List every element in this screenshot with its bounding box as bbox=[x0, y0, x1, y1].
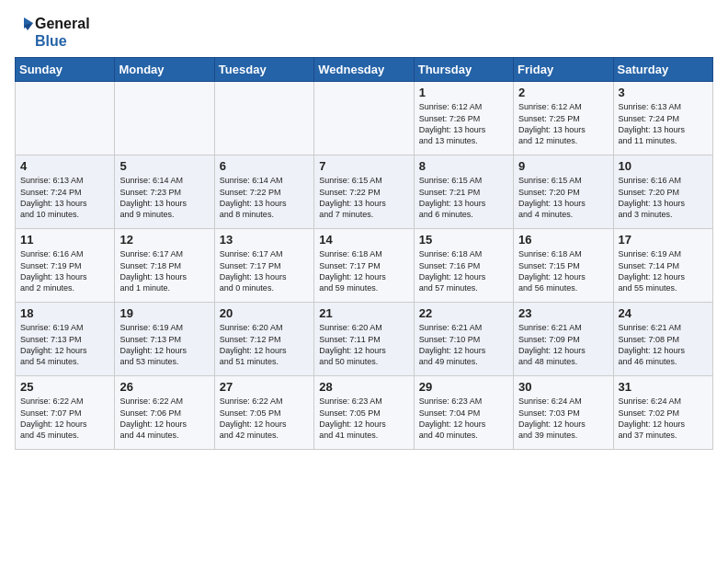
calendar-cell: 27Sunrise: 6:22 AM Sunset: 7:05 PM Dayli… bbox=[214, 376, 313, 450]
day-number: 13 bbox=[220, 233, 309, 247]
day-info: Sunrise: 6:12 AM Sunset: 7:26 PM Dayligh… bbox=[419, 101, 508, 146]
calendar-cell: 28Sunrise: 6:23 AM Sunset: 7:05 PM Dayli… bbox=[314, 376, 414, 450]
calendar-cell: 18Sunrise: 6:19 AM Sunset: 7:13 PM Dayli… bbox=[16, 303, 115, 376]
calendar-cell: 10Sunrise: 6:16 AM Sunset: 7:20 PM Dayli… bbox=[613, 155, 712, 229]
calendar-cell: 30Sunrise: 6:24 AM Sunset: 7:03 PM Dayli… bbox=[514, 376, 613, 450]
column-header-friday: Friday bbox=[514, 58, 613, 82]
day-info: Sunrise: 6:20 AM Sunset: 7:12 PM Dayligh… bbox=[220, 322, 309, 367]
day-number: 19 bbox=[119, 306, 209, 320]
header-row: SundayMondayTuesdayWednesdayThursdayFrid… bbox=[16, 58, 713, 82]
day-info: Sunrise: 6:24 AM Sunset: 7:02 PM Dayligh… bbox=[619, 396, 708, 441]
day-info: Sunrise: 6:15 AM Sunset: 7:20 PM Dayligh… bbox=[518, 175, 608, 220]
day-number: 29 bbox=[419, 380, 508, 394]
column-header-saturday: Saturday bbox=[613, 58, 712, 82]
calendar-header: SundayMondayTuesdayWednesdayThursdayFrid… bbox=[16, 58, 713, 82]
calendar-cell bbox=[16, 82, 115, 155]
day-number: 9 bbox=[518, 159, 608, 173]
calendar-cell: 8Sunrise: 6:15 AM Sunset: 7:21 PM Daylig… bbox=[414, 155, 513, 229]
day-info: Sunrise: 6:16 AM Sunset: 7:20 PM Dayligh… bbox=[619, 175, 708, 220]
day-info: Sunrise: 6:20 AM Sunset: 7:11 PM Dayligh… bbox=[319, 322, 408, 367]
day-info: Sunrise: 6:19 AM Sunset: 7:13 PM Dayligh… bbox=[119, 322, 209, 367]
day-number: 5 bbox=[119, 159, 209, 173]
logo-blue: Blue bbox=[35, 32, 90, 50]
calendar-cell: 4Sunrise: 6:13 AM Sunset: 7:24 PM Daylig… bbox=[16, 155, 115, 229]
calendar-cell: 3Sunrise: 6:13 AM Sunset: 7:24 PM Daylig… bbox=[613, 82, 712, 155]
week-row-3: 11Sunrise: 6:16 AM Sunset: 7:19 PM Dayli… bbox=[16, 229, 713, 303]
week-row-1: 1Sunrise: 6:12 AM Sunset: 7:26 PM Daylig… bbox=[16, 82, 713, 155]
column-header-tuesday: Tuesday bbox=[214, 58, 313, 82]
day-info: Sunrise: 6:12 AM Sunset: 7:25 PM Dayligh… bbox=[518, 101, 608, 146]
day-number: 24 bbox=[619, 306, 708, 320]
week-row-2: 4Sunrise: 6:13 AM Sunset: 7:24 PM Daylig… bbox=[16, 155, 713, 229]
calendar-cell: 20Sunrise: 6:20 AM Sunset: 7:12 PM Dayli… bbox=[214, 303, 313, 376]
calendar-cell: 6Sunrise: 6:14 AM Sunset: 7:22 PM Daylig… bbox=[214, 155, 313, 229]
day-info: Sunrise: 6:19 AM Sunset: 7:13 PM Dayligh… bbox=[20, 322, 109, 367]
calendar-table: SundayMondayTuesdayWednesdayThursdayFrid… bbox=[15, 57, 713, 450]
calendar-cell: 17Sunrise: 6:19 AM Sunset: 7:14 PM Dayli… bbox=[613, 229, 712, 303]
calendar-cell: 23Sunrise: 6:21 AM Sunset: 7:09 PM Dayli… bbox=[514, 303, 613, 376]
day-info: Sunrise: 6:24 AM Sunset: 7:03 PM Dayligh… bbox=[518, 396, 608, 441]
day-number: 28 bbox=[319, 380, 408, 394]
day-number: 30 bbox=[518, 380, 608, 394]
day-info: Sunrise: 6:18 AM Sunset: 7:17 PM Dayligh… bbox=[319, 248, 408, 293]
day-info: Sunrise: 6:13 AM Sunset: 7:24 PM Dayligh… bbox=[619, 101, 708, 146]
day-info: Sunrise: 6:22 AM Sunset: 7:05 PM Dayligh… bbox=[220, 396, 309, 441]
logo: General Blue bbox=[15, 15, 90, 50]
calendar-cell: 9Sunrise: 6:15 AM Sunset: 7:20 PM Daylig… bbox=[514, 155, 613, 229]
day-number: 25 bbox=[20, 380, 109, 394]
day-number: 14 bbox=[319, 233, 408, 247]
day-info: Sunrise: 6:19 AM Sunset: 7:14 PM Dayligh… bbox=[619, 248, 708, 293]
day-number: 7 bbox=[319, 159, 408, 173]
day-info: Sunrise: 6:18 AM Sunset: 7:15 PM Dayligh… bbox=[518, 248, 608, 293]
logo-container: General Blue bbox=[15, 15, 90, 50]
column-header-thursday: Thursday bbox=[414, 58, 513, 82]
calendar-cell: 31Sunrise: 6:24 AM Sunset: 7:02 PM Dayli… bbox=[613, 376, 712, 450]
calendar-cell: 1Sunrise: 6:12 AM Sunset: 7:26 PM Daylig… bbox=[414, 82, 513, 155]
day-info: Sunrise: 6:23 AM Sunset: 7:05 PM Dayligh… bbox=[319, 396, 408, 441]
calendar-cell bbox=[214, 82, 313, 155]
day-info: Sunrise: 6:21 AM Sunset: 7:10 PM Dayligh… bbox=[419, 322, 508, 367]
calendar-cell: 5Sunrise: 6:14 AM Sunset: 7:23 PM Daylig… bbox=[115, 155, 214, 229]
calendar-cell: 24Sunrise: 6:21 AM Sunset: 7:08 PM Dayli… bbox=[613, 303, 712, 376]
day-number: 23 bbox=[518, 306, 608, 320]
calendar-cell: 12Sunrise: 6:17 AM Sunset: 7:18 PM Dayli… bbox=[115, 229, 214, 303]
calendar-cell bbox=[314, 82, 414, 155]
day-number: 11 bbox=[20, 233, 109, 247]
day-number: 22 bbox=[419, 306, 508, 320]
calendar-cell: 22Sunrise: 6:21 AM Sunset: 7:10 PM Dayli… bbox=[414, 303, 513, 376]
calendar-body: 1Sunrise: 6:12 AM Sunset: 7:26 PM Daylig… bbox=[16, 82, 713, 450]
day-info: Sunrise: 6:23 AM Sunset: 7:04 PM Dayligh… bbox=[419, 396, 508, 441]
day-info: Sunrise: 6:15 AM Sunset: 7:22 PM Dayligh… bbox=[319, 175, 408, 220]
week-row-4: 18Sunrise: 6:19 AM Sunset: 7:13 PM Dayli… bbox=[16, 303, 713, 376]
day-number: 10 bbox=[619, 159, 708, 173]
day-info: Sunrise: 6:21 AM Sunset: 7:08 PM Dayligh… bbox=[619, 322, 708, 367]
logo-bird-icon bbox=[15, 16, 33, 49]
day-number: 4 bbox=[20, 159, 109, 173]
day-number: 26 bbox=[119, 380, 209, 394]
day-number: 6 bbox=[220, 159, 309, 173]
day-info: Sunrise: 6:18 AM Sunset: 7:16 PM Dayligh… bbox=[419, 248, 508, 293]
column-header-monday: Monday bbox=[115, 58, 214, 82]
day-number: 16 bbox=[518, 233, 608, 247]
day-number: 3 bbox=[619, 86, 708, 99]
calendar-cell bbox=[115, 82, 214, 155]
calendar-cell: 7Sunrise: 6:15 AM Sunset: 7:22 PM Daylig… bbox=[314, 155, 414, 229]
day-number: 2 bbox=[518, 86, 608, 99]
calendar-cell: 21Sunrise: 6:20 AM Sunset: 7:11 PM Dayli… bbox=[314, 303, 414, 376]
day-number: 8 bbox=[419, 159, 508, 173]
day-info: Sunrise: 6:22 AM Sunset: 7:07 PM Dayligh… bbox=[20, 396, 109, 441]
calendar-cell: 26Sunrise: 6:22 AM Sunset: 7:06 PM Dayli… bbox=[115, 376, 214, 450]
day-number: 27 bbox=[220, 380, 309, 394]
page-header: General Blue bbox=[15, 15, 713, 50]
day-info: Sunrise: 6:17 AM Sunset: 7:18 PM Dayligh… bbox=[119, 248, 209, 293]
calendar-cell: 11Sunrise: 6:16 AM Sunset: 7:19 PM Dayli… bbox=[16, 229, 115, 303]
day-number: 20 bbox=[220, 306, 309, 320]
day-number: 21 bbox=[319, 306, 408, 320]
logo-general: General bbox=[35, 15, 90, 32]
day-number: 12 bbox=[119, 233, 209, 247]
calendar-cell: 29Sunrise: 6:23 AM Sunset: 7:04 PM Dayli… bbox=[414, 376, 513, 450]
calendar-cell: 14Sunrise: 6:18 AM Sunset: 7:17 PM Dayli… bbox=[314, 229, 414, 303]
day-info: Sunrise: 6:14 AM Sunset: 7:22 PM Dayligh… bbox=[220, 175, 309, 220]
day-info: Sunrise: 6:13 AM Sunset: 7:24 PM Dayligh… bbox=[20, 175, 109, 220]
day-number: 1 bbox=[419, 86, 508, 99]
